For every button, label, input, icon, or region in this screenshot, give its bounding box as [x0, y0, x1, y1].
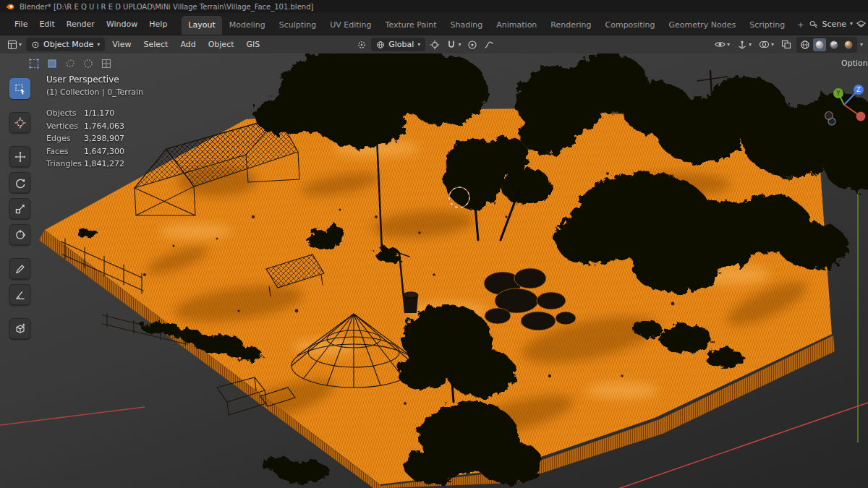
show-gizmo-button[interactable]: ▾ [735, 38, 754, 51]
menu-file[interactable]: File [9, 17, 33, 32]
orientation-dropdown[interactable]: Global ▾ [371, 38, 425, 51]
chevron-down-icon: ▾ [850, 21, 853, 27]
shading-rendered-button[interactable] [842, 38, 855, 51]
gizmo-axis-x-ball[interactable] [856, 112, 866, 121]
gizmo-z-label: Z [856, 87, 861, 93]
gizmo-icon [737, 40, 747, 50]
eye-icon [715, 40, 726, 49]
tool-add-cube[interactable] [9, 318, 30, 339]
scene-selector[interactable]: Scene ▾ [809, 20, 867, 29]
viewport-3d[interactable]: Y Z Options [0, 53, 868, 488]
tab-animation[interactable]: Animation [490, 16, 543, 35]
stat-vertices: Vertices 1,764,063 [46, 120, 143, 133]
quick-grid-icon[interactable] [100, 57, 113, 70]
cursor-icon [14, 117, 26, 129]
tool-shelf [9, 78, 30, 339]
menu-select[interactable]: Select [138, 38, 173, 51]
tab-geometry-nodes[interactable]: Geometry Nodes [662, 16, 742, 35]
gizmo-axis-negz-ball[interactable] [828, 118, 835, 125]
annotate-pencil-icon [14, 263, 26, 275]
shading-material-button[interactable] [827, 38, 841, 51]
tool-transform[interactable] [9, 224, 30, 245]
xray-toggle-button[interactable] [779, 38, 793, 51]
chevron-down-icon: ▾ [417, 42, 420, 48]
falloff-button[interactable] [482, 38, 496, 51]
view-layer-icon[interactable] [856, 20, 866, 29]
tool-cursor[interactable] [9, 112, 30, 133]
orientation-label: Global [388, 40, 414, 49]
shading-wireframe-button[interactable] [799, 38, 812, 51]
xray-icon [781, 40, 791, 49]
barrel-object[interactable] [404, 292, 418, 313]
snap-toggle-button[interactable]: ▾ [444, 38, 463, 51]
tab-rendering[interactable]: Rendering [544, 16, 597, 35]
tool-measure[interactable] [9, 284, 30, 305]
wireframe-shading-icon [800, 40, 810, 50]
tab-compositing[interactable]: Compositing [599, 16, 662, 35]
rotate-icon [14, 177, 26, 189]
quick-select-lasso-icon[interactable] [64, 57, 77, 70]
measure-icon [14, 289, 26, 301]
menu-object[interactable]: Object [203, 38, 239, 51]
topbar: File Edit Render Window Help Layout Mode… [0, 13, 868, 35]
scale-icon [14, 203, 26, 215]
view-perspective-label: User Perspective [46, 74, 143, 85]
rendered-shading-icon [843, 40, 854, 50]
scene-name: Scene [822, 20, 846, 29]
menu-window[interactable]: Window [101, 17, 143, 32]
solid-shading-icon [814, 40, 825, 50]
quick-select-box-icon[interactable] [27, 57, 41, 70]
viewport-header-right: ▾ ▾ ▾ [712, 37, 863, 53]
object-visibility-button[interactable]: ▾ [712, 38, 732, 51]
tab-uv-editing[interactable]: UV Editing [323, 16, 378, 35]
transform-pivot-button[interactable] [354, 38, 369, 51]
tab-scripting[interactable]: Scripting [743, 16, 791, 35]
chevron-down-icon: ▾ [727, 42, 730, 48]
tool-select-box[interactable] [9, 78, 30, 99]
tab-texture-paint[interactable]: Texture Paint [379, 16, 443, 35]
material-preview-shading-icon [829, 40, 839, 50]
menu-edit[interactable]: Edit [33, 17, 60, 32]
menu-render[interactable]: Render [61, 17, 101, 32]
show-overlays-button[interactable]: ▾ [757, 38, 776, 51]
add-cube-icon [14, 323, 26, 335]
stat-objects: Objects 1/1,170 [46, 107, 143, 120]
snap-target-icon [430, 40, 440, 50]
tab-modeling[interactable]: Modeling [223, 16, 272, 35]
select-box-icon [14, 83, 26, 95]
menu-add[interactable]: Add [175, 38, 200, 51]
tool-rotate[interactable] [9, 172, 30, 193]
mode-label: Object Mode [43, 40, 93, 49]
stat-faces: Faces 1,647,300 [46, 145, 143, 158]
tab-layout[interactable]: Layout [182, 16, 221, 35]
viewport-header: ▾ Object Mode ▾ View Select Add Object G… [0, 35, 868, 53]
proportional-editing-button[interactable] [465, 38, 480, 51]
add-workspace-button[interactable]: + [792, 16, 809, 35]
tool-scale[interactable] [9, 198, 30, 219]
mode-dropdown[interactable]: Object Mode ▾ [26, 38, 105, 51]
menu-view[interactable]: View [107, 38, 136, 51]
editor-type-icon [7, 40, 17, 50]
transform-icon [14, 229, 26, 241]
menu-gis[interactable]: GIS [242, 38, 265, 51]
chevron-down-icon: ▾ [860, 42, 863, 48]
menu-help[interactable]: Help [143, 17, 173, 32]
falloff-curve-icon [484, 40, 494, 50]
options-button[interactable]: Options [841, 59, 868, 68]
tool-move[interactable] [9, 146, 30, 167]
pivot-point-icon [357, 40, 367, 50]
stat-triangles: Triangles 1,841,272 [46, 158, 143, 171]
active-collection-label: (1) Collection | 0_Terrain [46, 87, 143, 97]
editor-type-button[interactable]: ▾ [5, 38, 24, 51]
titlebar: Blender* [D:\R E Q U I R E D UPLOAD\MiNi… [0, 0, 868, 13]
tab-sculpting[interactable]: Sculpting [273, 16, 323, 35]
quick-select-circle-icon[interactable] [82, 57, 95, 70]
snap-target-button[interactable] [427, 38, 442, 51]
shading-solid-button[interactable] [813, 38, 826, 51]
overlays-icon [759, 40, 770, 49]
chevron-down-icon: ▾ [749, 42, 752, 48]
tool-annotate[interactable] [9, 258, 30, 279]
quick-select-filled-icon[interactable] [46, 57, 59, 70]
tab-shading[interactable]: Shading [444, 16, 490, 35]
window-title: Blender* [D:\R E Q U I R E D UPLOAD\MiNi… [20, 3, 313, 11]
